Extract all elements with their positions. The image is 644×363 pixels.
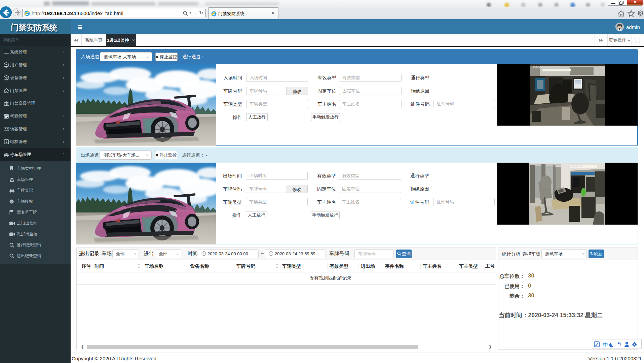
svg-text:中: 中	[603, 342, 608, 348]
